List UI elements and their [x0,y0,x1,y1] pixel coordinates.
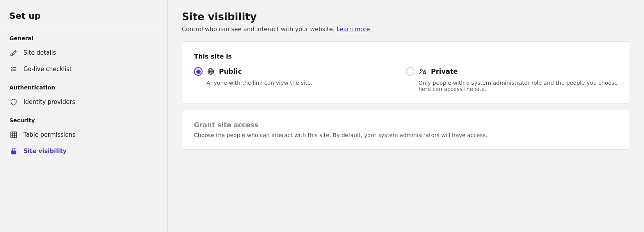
sidebar-item-go-live-checklist[interactable]: Go-live checklist [0,61,167,77]
page-description: Control who can see and interact with yo… [182,26,630,33]
page-title: Site visibility [182,11,630,23]
public-description: Anyone with the link can view the site. [194,80,406,86]
svg-rect-0 [11,54,12,55]
grant-access-card: Grant site access Choose the people who … [182,110,630,150]
sidebar-item-table-permissions[interactable]: Table permissions [0,127,167,143]
globe-icon [206,67,215,76]
lock-icon [9,147,18,155]
sidebar-section-security: Security [0,110,167,127]
private-option-header: Private [406,67,618,76]
private-description: Only people with a system administrator … [406,80,618,92]
sidebar-section-general: General [0,28,167,45]
public-option[interactable]: Public Anyone with the link can view the… [194,67,406,92]
sidebar-item-site-visibility[interactable]: Site visibility [0,143,167,159]
visibility-options: Public Anyone with the link can view the… [194,67,618,92]
people-lock-icon [418,67,427,76]
sidebar-section-authentication: Authentication [0,77,167,94]
grant-access-description: Choose the people who can interact with … [194,132,618,138]
public-option-header: Public [194,67,406,76]
sidebar-title: Set up [0,11,167,28]
card-section-title: This site is [194,53,618,60]
visibility-card: This site is Public [182,41,630,104]
sidebar: Set up General Site details Go-l [0,0,168,232]
shield-icon [9,98,18,106]
checklist-icon [9,65,18,73]
grant-access-title: Grant site access [194,121,618,129]
page-description-text: Control who can see and interact with yo… [182,26,334,33]
sidebar-item-label-site-details: Site details [23,49,56,56]
table-icon [9,130,18,139]
private-radio[interactable] [406,67,415,76]
edit-icon [9,48,18,57]
public-label: Public [219,68,242,75]
svg-rect-9 [11,151,16,154]
svg-point-15 [420,69,422,71]
sidebar-item-site-details[interactable]: Site details [0,45,167,61]
private-option[interactable]: Private Only people with a system admini… [406,67,618,92]
sidebar-item-label-table-permissions: Table permissions [23,131,75,138]
public-radio[interactable] [194,67,203,76]
learn-more-link[interactable]: Learn more [336,26,370,33]
sidebar-item-label-site-visibility: Site visibility [23,148,67,155]
private-label: Private [431,68,458,75]
sidebar-item-identity-providers[interactable]: Identity providers [0,94,167,110]
main-content: Site visibility Control who can see and … [168,0,644,232]
sidebar-item-label-go-live: Go-live checklist [23,66,72,73]
svg-rect-16 [423,72,426,74]
svg-rect-4 [11,132,17,138]
sidebar-item-label-identity-providers: Identity providers [23,98,75,105]
